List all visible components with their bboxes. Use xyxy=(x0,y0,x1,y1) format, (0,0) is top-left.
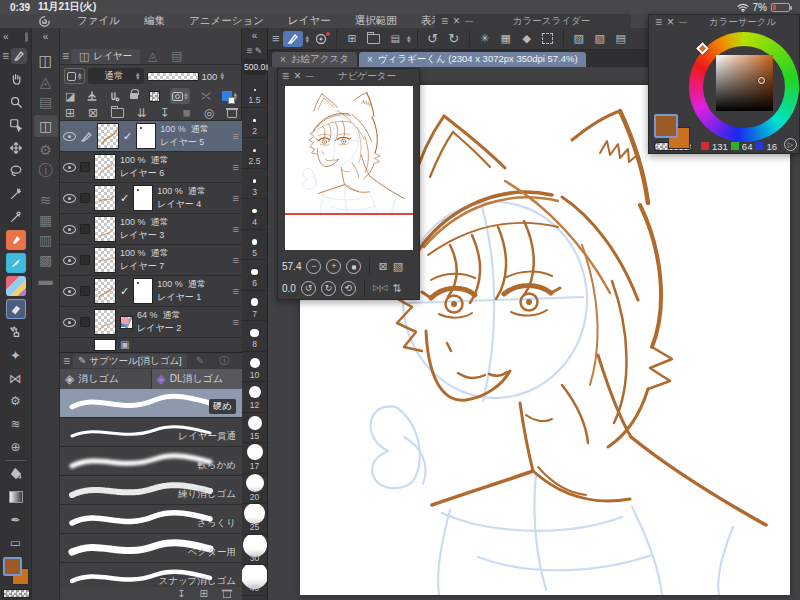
palette-animation-icon[interactable]: ▬ xyxy=(39,273,53,287)
transparent-color-swatch[interactable] xyxy=(3,589,30,598)
group-tab-eraser[interactable]: ◈ 消しゴム xyxy=(60,369,151,389)
minimize-icon[interactable]: — xyxy=(679,18,687,26)
flip-horizontal-icon[interactable]: ▷|◁ xyxy=(373,284,387,292)
layer-checkbox[interactable] xyxy=(80,317,90,327)
tool-correct-line[interactable]: ⚙ xyxy=(6,391,26,411)
tool-pen[interactable] xyxy=(6,230,26,250)
current-tool-icon[interactable] xyxy=(11,48,27,64)
opacity-slider[interactable] xyxy=(147,72,199,81)
layer-checkbox[interactable] xyxy=(80,255,90,265)
palette-timeline-icon[interactable]: ▥ xyxy=(39,233,52,247)
main-color-swatch[interactable] xyxy=(3,557,22,576)
visibility-icon[interactable] xyxy=(63,256,76,265)
new-canvas-icon[interactable]: ⊞ xyxy=(343,31,361,47)
layer-mask-thumbnail[interactable] xyxy=(133,185,153,211)
toolbar-menu-icon[interactable]: ≡ xyxy=(2,50,9,62)
tool-balloon[interactable]: ⊕ xyxy=(6,437,26,457)
mask-link-check[interactable]: ✓ xyxy=(120,193,129,204)
layer-menu-icon[interactable]: ≡ xyxy=(233,316,239,328)
layer-menu-icon[interactable]: ≡ xyxy=(233,161,239,173)
subtool-item-kneaded[interactable]: 練り消しゴム xyxy=(60,476,242,505)
save-stepper[interactable]: ▴▾ xyxy=(407,35,411,43)
close-icon[interactable]: × xyxy=(294,70,301,82)
palette-tool-property-icon[interactable]: ⚙ xyxy=(39,143,52,157)
visibility-icon[interactable] xyxy=(63,318,76,327)
close-tab-icon[interactable]: × xyxy=(367,55,373,65)
brush-size-value-box[interactable]: 500.0 ▴▾ xyxy=(243,59,266,75)
layer-checkbox[interactable] xyxy=(80,193,90,203)
layer-menu-icon[interactable]: ≡ xyxy=(233,192,239,204)
brush-size-item[interactable]: 40 xyxy=(242,565,267,596)
visibility-icon[interactable] xyxy=(63,194,76,203)
zoom-out-button[interactable]: − xyxy=(306,259,321,274)
collapse-toolbar-icon[interactable]: « xyxy=(3,32,9,42)
navigator-menu-icon[interactable]: ≡ xyxy=(282,70,289,82)
tool-fill[interactable] xyxy=(6,464,26,484)
subtool-item-rough[interactable]: ざっくり xyxy=(60,505,242,534)
brush-size-item[interactable]: 12 xyxy=(242,382,267,413)
hue-marker[interactable] xyxy=(696,42,709,55)
tool-airbrush[interactable] xyxy=(6,322,26,342)
brush-size-item[interactable]: 15 xyxy=(242,413,267,444)
rotate-left-button[interactable]: ↺ xyxy=(301,281,316,296)
subtool-item-layer-through[interactable]: レイヤー貫通 xyxy=(60,418,242,447)
duplicate-subtool-icon[interactable]: ⊞ xyxy=(200,589,208,599)
tool-move[interactable] xyxy=(6,138,26,158)
zoom-in-button[interactable]: + xyxy=(326,259,341,274)
tool-operate[interactable] xyxy=(6,115,26,135)
main-color-swatch[interactable] xyxy=(654,114,678,138)
tool-zoom[interactable] xyxy=(6,92,26,112)
collapse-brush-size-icon[interactable]: « xyxy=(252,31,258,41)
subtool-item-vector[interactable]: ベクター用 xyxy=(60,534,242,563)
canvas-tab-inactive[interactable]: × お絵アクスタ xyxy=(272,52,357,67)
palette-information-icon[interactable]: ⓘ xyxy=(39,163,53,177)
blend-mode-dropdown[interactable]: 通常 ▴▾ xyxy=(88,68,144,84)
tool-brush[interactable] xyxy=(6,253,26,273)
layer-row-7[interactable]: 100 % 通常 レイヤー 7 ≡ xyxy=(60,245,242,276)
layer-color-button[interactable]: ▴▾ xyxy=(222,91,237,101)
navigator-thumbnail[interactable] xyxy=(285,86,413,250)
layer-row-5[interactable]: ✓ 100 % 通常 レイヤー 5 ≡ xyxy=(60,121,242,152)
brush-size-item[interactable]: 30 xyxy=(242,535,267,566)
brush-size-item[interactable]: 2 xyxy=(242,108,267,139)
layer-checkbox[interactable] xyxy=(80,224,90,234)
paper-layer-thumbnail[interactable] xyxy=(94,339,116,351)
active-tool-button[interactable] xyxy=(283,31,303,47)
layer-checkbox[interactable] xyxy=(80,286,90,296)
layer-thumbnail[interactable] xyxy=(94,247,116,273)
visibility-icon[interactable] xyxy=(63,287,76,296)
flip-vertical-icon[interactable]: ⇅ xyxy=(392,283,401,294)
layer-thumbnail[interactable] xyxy=(94,154,116,180)
tool-eraser[interactable] xyxy=(6,299,26,319)
visibility-icon[interactable] xyxy=(63,225,76,234)
subtool-swirl-icon[interactable] xyxy=(312,31,330,47)
brush-size-item[interactable]: 8 xyxy=(242,321,267,352)
palette-color-button[interactable]: ▴▾ xyxy=(64,68,85,84)
tab-subtool-info[interactable]: ⓘ xyxy=(213,356,235,366)
clip-to-layer-icon[interactable]: ◪ xyxy=(65,91,75,102)
tool-decoration[interactable] xyxy=(6,276,26,296)
app-logo[interactable] xyxy=(38,15,51,28)
palette-layer-property-icon[interactable]: ◬ xyxy=(40,74,52,89)
menu-layer[interactable]: レイヤー xyxy=(276,14,343,28)
visibility-icon[interactable] xyxy=(63,132,76,141)
layer-menu-icon[interactable]: ≡ xyxy=(233,254,239,266)
rotate-right-button[interactable]: ↻ xyxy=(321,281,336,296)
menu-edit[interactable]: 編集 xyxy=(132,14,177,28)
layer-row-1[interactable]: ✓ 100 % 通常 レイヤー 1 ≡ xyxy=(60,276,242,307)
new-layer-settings-icon[interactable]: ⊠ xyxy=(88,107,98,119)
tool-eyedropper[interactable] xyxy=(6,207,26,227)
tab-subtool[interactable]: ✎ サブツール[消しゴム] xyxy=(73,354,187,368)
brush-size-item[interactable]: 2.5 xyxy=(242,138,267,169)
fit-to-screen-icon[interactable]: ⊠ xyxy=(378,261,387,272)
tool-gradient[interactable] xyxy=(6,487,26,507)
menu-selection[interactable]: 選択範囲 xyxy=(343,14,409,28)
transfer-down-icon[interactable]: ↧ xyxy=(160,107,170,119)
transform-icon[interactable] xyxy=(539,31,557,47)
color-circle-menu-icon[interactable]: ≡ xyxy=(655,16,662,28)
ruler-icon[interactable] xyxy=(86,90,98,102)
visibility-icon[interactable] xyxy=(63,163,76,172)
tool-magic-wand[interactable] xyxy=(6,184,26,204)
menu-file[interactable]: ファイル xyxy=(65,14,132,28)
layer-thumbnail[interactable] xyxy=(94,309,116,335)
